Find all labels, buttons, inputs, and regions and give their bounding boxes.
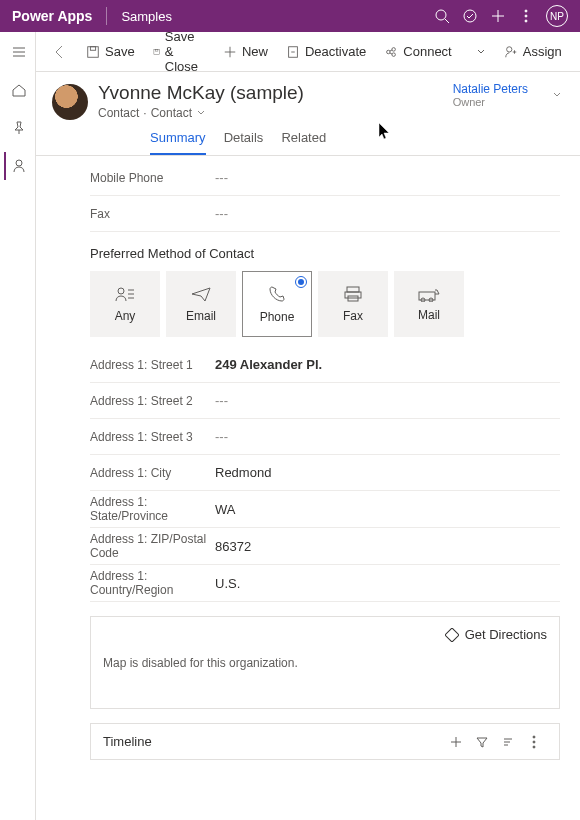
preferred-contact-optionset: Any Email Phone Fax Mail: [90, 271, 560, 337]
option-mail-label: Mail: [418, 308, 440, 322]
fax-value[interactable]: ---: [215, 206, 228, 221]
add-icon[interactable]: [484, 2, 512, 30]
svg-point-46: [533, 736, 535, 738]
back-button[interactable]: [44, 36, 76, 68]
record-title: Yvonne McKay (sample): [98, 82, 443, 104]
contact-photo[interactable]: [52, 84, 88, 120]
owner-link[interactable]: Natalie Peters: [453, 82, 528, 96]
tab-details[interactable]: Details: [224, 130, 264, 155]
street3-value[interactable]: ---: [215, 429, 228, 444]
connect-button[interactable]: Connect: [376, 36, 459, 68]
option-phone[interactable]: Phone: [242, 271, 312, 337]
option-fax[interactable]: Fax: [318, 271, 388, 337]
nav-menu-icon[interactable]: [4, 38, 32, 66]
entity-label: Contact: [98, 106, 139, 120]
street2-label: Address 1: Street 2: [90, 394, 215, 408]
city-label: Address 1: City: [90, 466, 215, 480]
svg-rect-16: [155, 49, 158, 51]
option-any[interactable]: Any: [90, 271, 160, 337]
option-phone-label: Phone: [260, 310, 295, 324]
new-button[interactable]: New: [215, 36, 276, 68]
option-email[interactable]: Email: [166, 271, 236, 337]
deactivate-button[interactable]: Deactivate: [278, 36, 374, 68]
save-button[interactable]: Save: [78, 36, 143, 68]
timeline-add-icon[interactable]: [443, 735, 469, 749]
assign-label: Assign: [523, 44, 562, 59]
get-directions-link[interactable]: Get Directions: [103, 627, 547, 642]
svg-point-5: [525, 10, 527, 12]
state-label: Address 1: State/Province: [90, 495, 215, 523]
overflow-button[interactable]: [574, 36, 580, 68]
nav-pin-icon[interactable]: [4, 114, 32, 142]
connect-dropdown[interactable]: [468, 36, 494, 68]
nav-contacts-icon[interactable]: [4, 152, 32, 180]
timeline-card: Timeline: [90, 723, 560, 760]
svg-point-6: [525, 15, 527, 17]
svg-rect-13: [88, 46, 99, 57]
zip-value[interactable]: 86372: [215, 539, 251, 554]
user-avatar[interactable]: NP: [546, 5, 568, 27]
preferred-contact-label: Preferred Method of Contact: [90, 232, 560, 271]
connect-label: Connect: [403, 44, 451, 59]
svg-point-0: [436, 10, 446, 20]
form-selector[interactable]: Contact: [151, 106, 192, 120]
map-card: Get Directions Map is disabled for this …: [90, 616, 560, 709]
chevron-down-icon[interactable]: [196, 108, 206, 118]
deactivate-label: Deactivate: [305, 44, 366, 59]
svg-point-26: [506, 46, 511, 51]
option-fax-label: Fax: [343, 309, 363, 323]
svg-line-1: [445, 19, 449, 23]
svg-line-24: [390, 49, 393, 50]
svg-rect-34: [347, 287, 359, 292]
site-nav: [0, 32, 36, 820]
svg-rect-15: [154, 49, 159, 54]
option-email-label: Email: [186, 309, 216, 323]
save-label: Save: [105, 44, 135, 59]
map-disabled-text: Map is disabled for this organization.: [103, 642, 547, 698]
timeline-filter-icon[interactable]: [469, 735, 495, 749]
zip-label: Address 1: ZIP/Postal Code: [90, 532, 215, 560]
owner-label: Owner: [453, 96, 528, 108]
country-label: Address 1: Country/Region: [90, 569, 215, 597]
app-brand: Power Apps: [12, 8, 92, 24]
svg-point-47: [533, 741, 535, 743]
more-icon[interactable]: [512, 2, 540, 30]
command-bar: Save Save & Close New Deactivate Connect…: [36, 32, 580, 72]
timeline-sort-icon[interactable]: [495, 735, 521, 749]
header-expand[interactable]: [550, 88, 564, 105]
timeline-label: Timeline: [103, 734, 443, 749]
option-mail[interactable]: Mail: [394, 271, 464, 337]
state-value[interactable]: WA: [215, 502, 235, 517]
fax-label: Fax: [90, 207, 215, 221]
save-close-button[interactable]: Save & Close: [145, 36, 213, 68]
svg-rect-35: [345, 292, 361, 298]
radio-indicator: [295, 276, 307, 288]
svg-point-12: [16, 160, 22, 166]
svg-line-25: [390, 52, 393, 53]
street1-value[interactable]: 249 Alexander Pl.: [215, 357, 322, 372]
street1-label: Address 1: Street 1: [90, 358, 215, 372]
street2-value[interactable]: ---: [215, 393, 228, 408]
timeline-more-icon[interactable]: [521, 735, 547, 749]
street3-label: Address 1: Street 3: [90, 430, 215, 444]
svg-point-48: [533, 746, 535, 748]
save-close-label: Save & Close: [165, 32, 205, 74]
assign-button[interactable]: Assign: [496, 36, 570, 68]
task-icon[interactable]: [456, 2, 484, 30]
tab-related[interactable]: Related: [281, 130, 326, 155]
search-icon[interactable]: [428, 2, 456, 30]
country-value[interactable]: U.S.: [215, 576, 240, 591]
new-label: New: [242, 44, 268, 59]
get-directions-label: Get Directions: [465, 627, 547, 642]
tab-summary[interactable]: Summary: [150, 130, 206, 155]
nav-home-icon[interactable]: [4, 76, 32, 104]
city-value[interactable]: Redmond: [215, 465, 271, 480]
app-area[interactable]: Samples: [121, 9, 428, 24]
svg-point-23: [392, 52, 396, 56]
mobile-phone-value[interactable]: ---: [215, 170, 228, 185]
svg-point-2: [464, 10, 476, 22]
svg-rect-14: [90, 46, 95, 50]
divider: [106, 7, 107, 25]
svg-point-7: [525, 20, 527, 22]
svg-point-30: [118, 288, 124, 294]
